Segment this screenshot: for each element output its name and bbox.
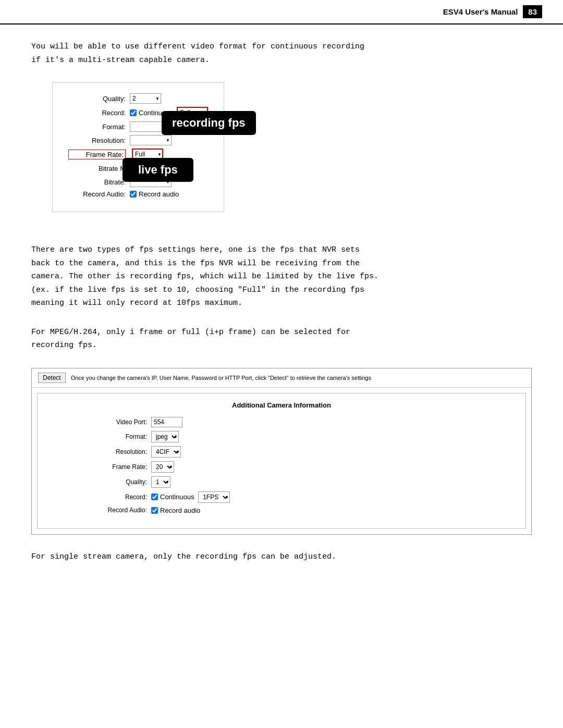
info-framerate-row: Frame Rate: 20 bbox=[53, 461, 510, 473]
continuous-checkbox[interactable] bbox=[130, 109, 137, 116]
info-continuous-checkbox-label[interactable]: Continuous bbox=[151, 493, 194, 501]
info-quality-select[interactable]: 1 bbox=[151, 476, 170, 488]
info-record-audio-text: Record audio bbox=[160, 507, 200, 514]
info-record-audio-checkbox-label[interactable]: Record audio bbox=[151, 507, 200, 514]
quality-row: Quality: 2 bbox=[68, 93, 208, 104]
resolution-select[interactable] bbox=[130, 135, 172, 145]
record-label: Record: bbox=[68, 109, 126, 117]
bitrate2-label: Bitrate: bbox=[68, 178, 126, 186]
info-resolution-label: Resolution: bbox=[53, 448, 147, 455]
resolution-select-wrapper bbox=[130, 135, 172, 145]
tooltip-live-fps: live fps bbox=[123, 158, 193, 182]
detect-button[interactable]: Detect bbox=[38, 373, 66, 383]
page-header: ESV4 User's Manual 83 bbox=[0, 0, 563, 24]
info-quality-select-wrapper: 1 bbox=[151, 476, 170, 488]
info-resolution-row: Resolution: 4CIF bbox=[53, 446, 510, 458]
video-port-row: Video Port: bbox=[53, 417, 510, 427]
info-quality-row: Quality: 1 bbox=[53, 476, 510, 488]
bitrate1-label: Bitrate M bbox=[68, 165, 126, 172]
info-record-row: Record: Continuous 1FPS bbox=[53, 491, 510, 503]
camera-info-section: Additional Camera Information Video Port… bbox=[37, 393, 526, 529]
tooltip-recording-fps: recording fps bbox=[162, 111, 256, 135]
info-resolution-select[interactable]: 4CIF bbox=[151, 446, 181, 458]
record-audio-text: Record audio bbox=[139, 190, 179, 198]
ui-screenshot-1: Quality: 2 Record: Continuous bbox=[52, 82, 224, 212]
framerate-label: Frame Rate: bbox=[68, 150, 126, 159]
resolution-row: Resolution: bbox=[68, 135, 208, 145]
intro-text: You will be able to use different video … bbox=[31, 40, 532, 67]
video-port-label: Video Port: bbox=[53, 418, 147, 426]
camera-info-title: Additional Camera Information bbox=[53, 401, 510, 409]
quality-label: Quality: bbox=[68, 95, 126, 103]
info-record-audio-row: Record Audio: Record audio bbox=[53, 507, 510, 514]
info-format-row: Format: jpeg bbox=[53, 431, 510, 442]
info-continuous-checkbox[interactable] bbox=[151, 493, 158, 500]
body-text-1: There are two types of fps settings here… bbox=[31, 243, 532, 310]
body-text-2: For MPEG/H.264, only i frame or full (i+… bbox=[31, 326, 532, 352]
info-resolution-select-wrapper: 4CIF bbox=[151, 446, 181, 458]
format-label: Format: bbox=[68, 123, 126, 131]
content-area: You will be able to use different video … bbox=[0, 40, 563, 584]
info-quality-label: Quality: bbox=[53, 478, 147, 486]
detect-bar: Detect Once you change the camera's IP, … bbox=[32, 368, 531, 388]
ui-screenshot-2: Detect Once you change the camera's IP, … bbox=[31, 368, 532, 535]
info-record-audio-checkbox[interactable] bbox=[151, 507, 158, 514]
info-continuous-text: Continuous bbox=[160, 493, 194, 501]
info-framerate-label: Frame Rate: bbox=[53, 463, 147, 471]
header-title: ESV4 User's Manual bbox=[443, 7, 518, 16]
record-audio-checkbox-label[interactable]: Record audio bbox=[130, 190, 179, 198]
quality-select-wrapper: 2 bbox=[130, 93, 161, 104]
info-framerate-select[interactable]: 20 bbox=[151, 461, 174, 473]
quality-select[interactable]: 2 bbox=[130, 93, 161, 104]
footer-text: For single stream camera, only the recor… bbox=[31, 550, 532, 564]
info-record-label: Record: bbox=[53, 493, 147, 501]
record-audio-label: Record Audio: bbox=[68, 190, 126, 198]
info-fps-select[interactable]: 1FPS bbox=[198, 491, 230, 503]
page-number: 83 bbox=[523, 5, 542, 18]
info-record-audio-label: Record Audio: bbox=[53, 507, 147, 514]
detect-message: Once you change the camera's IP, User Na… bbox=[71, 375, 372, 381]
video-port-input[interactable] bbox=[151, 417, 182, 427]
info-framerate-select-wrapper: 20 bbox=[151, 461, 174, 473]
info-format-select[interactable]: jpeg bbox=[151, 431, 179, 442]
record-audio-row: Record Audio: Record audio bbox=[68, 190, 208, 198]
page-container: ESV4 User's Manual 83 You will be able t… bbox=[0, 0, 563, 728]
info-format-label: Format: bbox=[53, 433, 147, 440]
info-fps-select-wrapper: 1FPS bbox=[198, 491, 230, 503]
resolution-label: Resolution: bbox=[68, 137, 126, 144]
record-audio-checkbox[interactable] bbox=[130, 191, 137, 198]
info-format-select-wrapper: jpeg bbox=[151, 431, 179, 442]
